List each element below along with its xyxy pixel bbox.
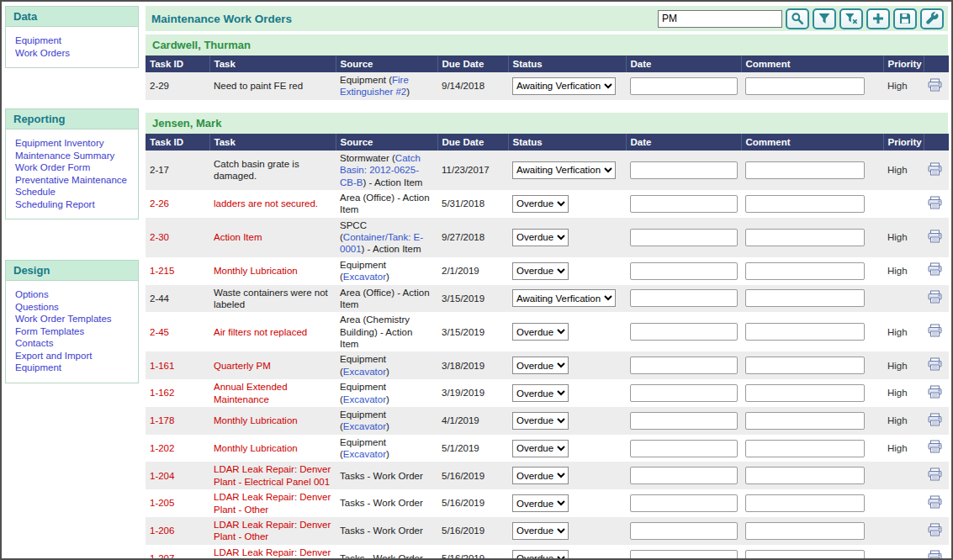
comment-input[interactable] xyxy=(745,384,865,402)
date-input[interactable] xyxy=(630,550,738,560)
comment-input[interactable] xyxy=(745,440,865,457)
comment-input[interactable] xyxy=(745,357,865,374)
print-button[interactable] xyxy=(928,413,942,426)
comment-input[interactable] xyxy=(745,289,865,307)
comment-input[interactable] xyxy=(745,262,865,280)
sidebar-link[interactable]: Equipment Inventory xyxy=(15,137,129,150)
status-select[interactable]: Awaiting Verfication xyxy=(512,77,616,95)
print-button[interactable] xyxy=(928,162,942,176)
save-button[interactable] xyxy=(893,8,917,29)
date-input[interactable] xyxy=(630,323,738,341)
date-input[interactable] xyxy=(630,357,738,374)
table-row: 1-162 Annual Extended Maintenance Equipm… xyxy=(146,379,949,407)
date-cell xyxy=(626,462,741,489)
print-button[interactable] xyxy=(928,440,942,453)
print-button[interactable] xyxy=(928,230,942,243)
comment-cell xyxy=(741,407,883,435)
sidebar-link[interactable]: Export and Import xyxy=(15,350,129,362)
print-cell xyxy=(924,190,949,218)
date-input[interactable] xyxy=(630,289,738,307)
print-button[interactable] xyxy=(928,495,942,509)
sidebar-link[interactable]: Work Order Form xyxy=(15,161,129,174)
status-select[interactable]: Overdue xyxy=(512,262,569,280)
status-select[interactable]: Overdue xyxy=(512,494,569,512)
sidebar-link[interactable]: Preventative Maintenance Schedule xyxy=(15,174,129,198)
task-id-cell: 1-205 xyxy=(146,489,209,517)
print-button[interactable] xyxy=(928,523,942,536)
status-select[interactable]: Overdue xyxy=(512,357,569,374)
sidebar-link[interactable]: Equipment xyxy=(15,362,129,374)
print-button[interactable] xyxy=(928,324,942,337)
status-select[interactable]: Overdue xyxy=(512,412,569,430)
date-input[interactable] xyxy=(630,384,738,402)
sidebar-link[interactable]: Work Orders xyxy=(15,47,129,60)
date-input[interactable] xyxy=(630,494,738,512)
source-text: Tasks - Work Order xyxy=(340,526,423,536)
print-button[interactable] xyxy=(928,290,942,304)
print-button[interactable] xyxy=(928,357,942,371)
source-link[interactable]: Excavator xyxy=(343,421,386,431)
comment-input[interactable] xyxy=(745,161,865,179)
status-select[interactable]: Overdue xyxy=(512,384,569,402)
sidebar-link[interactable]: Maintenance Summary xyxy=(15,150,129,162)
comment-input[interactable] xyxy=(745,550,865,560)
status-select[interactable]: Overdue xyxy=(512,440,569,457)
comment-input[interactable] xyxy=(745,195,865,213)
date-cell xyxy=(626,489,741,517)
sidebar-link[interactable]: Questions xyxy=(15,301,129,314)
add-button[interactable] xyxy=(866,8,890,29)
sidebar-link[interactable]: Options xyxy=(15,288,129,301)
sidebar-link[interactable]: Form Templates xyxy=(15,325,129,338)
status-select[interactable]: Awaiting Verfication xyxy=(512,289,616,307)
comment-input[interactable] xyxy=(745,77,865,95)
print-button[interactable] xyxy=(928,262,942,276)
date-input[interactable] xyxy=(630,195,738,213)
filter-button[interactable] xyxy=(813,8,836,29)
date-input[interactable] xyxy=(630,467,738,484)
status-select[interactable]: Overdue xyxy=(512,229,569,246)
status-select[interactable]: Overdue xyxy=(512,467,569,484)
status-select[interactable]: Overdue xyxy=(512,522,569,540)
sidebar-link[interactable]: Contacts xyxy=(15,337,129,350)
printer-icon xyxy=(928,385,942,399)
comment-input[interactable] xyxy=(745,323,865,341)
print-button[interactable] xyxy=(928,550,942,560)
status-select[interactable]: Overdue xyxy=(512,323,569,341)
sidebar-link[interactable]: Equipment xyxy=(15,34,129,47)
date-input[interactable] xyxy=(630,522,738,540)
print-cell xyxy=(924,72,949,100)
tools-button[interactable] xyxy=(920,8,944,29)
sidebar-link[interactable]: Scheduling Report xyxy=(15,198,129,211)
source-link[interactable]: Excavator xyxy=(343,367,386,377)
printer-icon xyxy=(928,550,942,560)
source-link[interactable]: Excavator xyxy=(343,449,386,459)
comment-input[interactable] xyxy=(745,467,865,484)
clear-filter-button[interactable] xyxy=(839,8,863,29)
search-input[interactable] xyxy=(658,10,782,28)
print-button[interactable] xyxy=(928,385,942,399)
date-input[interactable] xyxy=(630,161,738,179)
date-input[interactable] xyxy=(630,440,738,457)
status-select[interactable]: Overdue xyxy=(512,550,569,560)
source-link[interactable]: Excavator xyxy=(343,272,386,282)
source-text-suffix: ) xyxy=(386,394,389,404)
comment-input[interactable] xyxy=(745,522,865,540)
print-button[interactable] xyxy=(928,196,942,209)
print-button[interactable] xyxy=(928,78,942,92)
search-button[interactable] xyxy=(786,8,809,29)
comment-input[interactable] xyxy=(745,229,865,246)
status-select[interactable]: Awaiting Verfication xyxy=(512,161,616,179)
comment-input[interactable] xyxy=(745,412,865,430)
table-row: 2-30 Action Item SPCC (Container/Tank: E… xyxy=(146,218,949,257)
print-cell xyxy=(924,285,949,313)
date-input[interactable] xyxy=(630,262,738,280)
sidebar-link[interactable]: Work Order Templates xyxy=(15,313,129,325)
table-row: 2-45 Air filters not replaced Area (Chem… xyxy=(146,312,949,351)
comment-input[interactable] xyxy=(745,494,865,512)
date-input[interactable] xyxy=(630,77,738,95)
date-input[interactable] xyxy=(630,412,738,430)
print-button[interactable] xyxy=(928,468,942,481)
status-select[interactable]: Overdue xyxy=(512,195,569,213)
date-input[interactable] xyxy=(630,229,738,246)
source-link[interactable]: Excavator xyxy=(343,394,386,404)
